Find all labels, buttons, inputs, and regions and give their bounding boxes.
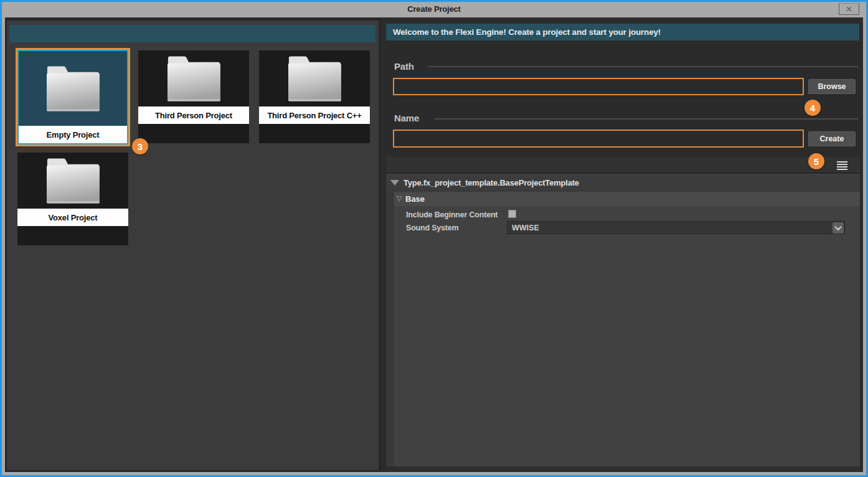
create-button[interactable]: Create [808, 131, 856, 146]
badge-3-number: 3 [138, 141, 143, 152]
type-header-row[interactable]: Type.fx_project_template.BaseProjectTemp… [386, 175, 860, 191]
template-properties-panel: Type.fx_project_template.BaseProjectTemp… [386, 157, 860, 471]
project-template-tile-empty-project[interactable]: Empty Project [16, 48, 130, 146]
name-input[interactable] [393, 130, 804, 148]
sound-system-dropdown[interactable]: WWISE [507, 221, 845, 234]
annotation-badge-4: 4 [804, 100, 821, 116]
project-template-label: Third Person Project C++ [259, 106, 370, 124]
badge-4-number: 4 [810, 103, 815, 113]
project-template-tile-third-person-project[interactable]: Third Person Project [138, 50, 249, 143]
template-browser-header [9, 25, 375, 42]
welcome-banner: Welcome to the Flexi Engine! Create a pr… [386, 24, 859, 40]
dropdown-chevron-button[interactable] [833, 222, 844, 234]
project-template-tile-third-person-project-c[interactable]: Third Person Project C++ [259, 50, 370, 143]
close-button[interactable]: ✕ [839, 3, 859, 15]
folder-icon [280, 50, 349, 106]
expand-caret-icon[interactable] [390, 180, 399, 186]
project-setup-panel: Welcome to the Flexi Engine! Create a pr… [381, 17, 863, 472]
annotation-badge-5: 5 [808, 153, 824, 169]
chevron-down-icon [834, 224, 841, 230]
project-template-tile-voxel-project[interactable]: Voxel Project [17, 153, 128, 245]
badge-5-number: 5 [814, 156, 819, 167]
name-divider [435, 118, 858, 120]
browse-button[interactable]: Browse [808, 79, 856, 94]
include-beginner-content-checkbox[interactable] [508, 210, 516, 218]
project-template-thumbnail [259, 50, 370, 106]
project-template-thumbnail [19, 51, 127, 126]
menu-icon[interactable] [837, 161, 847, 170]
template-browser-panel: Empty Project Third Person Project [7, 21, 379, 470]
project-template-thumbnail [138, 50, 249, 106]
annotation-badge-3: 3 [132, 138, 148, 154]
path-divider [428, 66, 858, 67]
properties-toolbar [386, 157, 860, 174]
project-template-label: Empty Project [19, 126, 127, 143]
path-label: Path [394, 61, 414, 72]
welcome-text: Welcome to the Flexi Engine! Create a pr… [393, 27, 661, 37]
folder-icon [38, 60, 108, 116]
folder-icon [159, 50, 229, 106]
base-group-label: Base [405, 194, 425, 204]
project-template-thumbnail [17, 153, 128, 209]
close-icon: ✕ [846, 5, 852, 14]
path-input[interactable] [393, 78, 804, 95]
type-header-text: Type.fx_project_template.BaseProjectTemp… [403, 178, 579, 187]
title-bar[interactable]: Create Project ✕ [2, 2, 866, 17]
sound-system-value: WWISE [507, 224, 539, 232]
folder-icon [38, 153, 108, 209]
window-title: Create Project [2, 4, 866, 14]
base-group-header[interactable]: ▽ Base [394, 192, 860, 206]
properties-bottom-strip [386, 466, 860, 471]
project-template-label: Voxel Project [17, 209, 128, 226]
include-beginner-content-label: Include Beginner Content [406, 210, 498, 219]
group-collapse-icon[interactable]: ▽ [397, 194, 402, 202]
sound-system-label: Sound System [406, 224, 458, 232]
create-project-window: Create Project ✕ [0, 0, 868, 477]
name-label: Name [394, 113, 419, 123]
project-template-label: Third Person Project [138, 106, 249, 124]
properties-indent-strip [386, 192, 394, 466]
dialog-content: Empty Project Third Person Project [5, 17, 863, 472]
